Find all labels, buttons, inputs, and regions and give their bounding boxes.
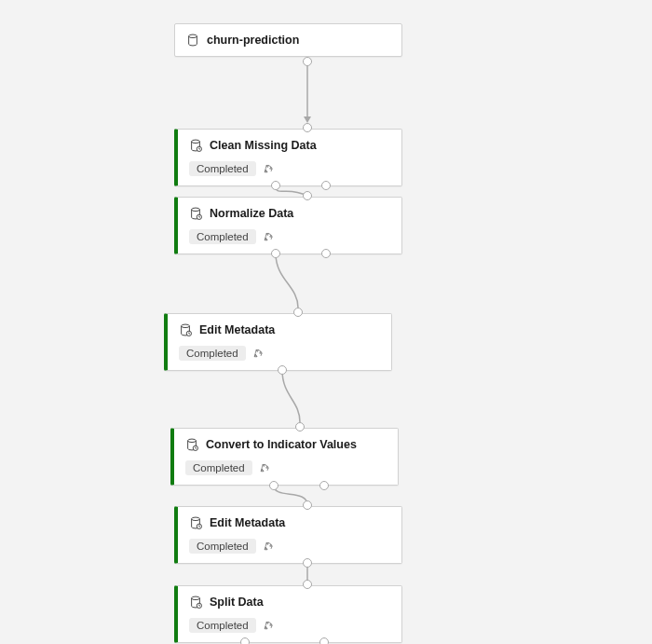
- node-status-row: Completed: [178, 539, 401, 563]
- port-out[interactable]: [271, 181, 280, 190]
- node-title: Normalize Data: [210, 207, 293, 220]
- status-badge: Completed: [189, 161, 256, 176]
- node-header: Clean Missing Data: [178, 130, 401, 161]
- node-header: Split Data: [178, 586, 401, 618]
- node-header: Edit Metadata: [168, 314, 391, 346]
- port-in[interactable]: [295, 422, 305, 432]
- module-icon: [189, 596, 202, 609]
- recycle-icon: [263, 620, 275, 632]
- module-icon: [185, 438, 198, 451]
- port-out[interactable]: [319, 637, 329, 644]
- port-in[interactable]: [293, 308, 303, 317]
- port-out[interactable]: [269, 481, 278, 490]
- node-title: Split Data: [210, 596, 264, 609]
- status-badge: Completed: [189, 229, 256, 244]
- edge: [282, 370, 300, 422]
- edge-arrow: [304, 116, 311, 123]
- port-in[interactable]: [303, 580, 312, 589]
- node-header: Edit Metadata: [178, 507, 401, 539]
- node-title: Edit Metadata: [210, 516, 285, 529]
- node-editmeta1[interactable]: Edit MetadataCompleted: [164, 313, 392, 371]
- node-status-row: Completed: [178, 618, 401, 642]
- node-status-row: Completed: [174, 460, 398, 485]
- recycle-icon: [263, 231, 275, 243]
- port-in[interactable]: [303, 123, 312, 132]
- node-title: churn-prediction: [207, 34, 299, 47]
- node-header: churn-prediction: [175, 24, 401, 56]
- module-icon: [189, 516, 202, 529]
- node-editmeta2[interactable]: Edit MetadataCompleted: [174, 506, 402, 564]
- node-dataset[interactable]: churn-prediction: [174, 23, 402, 57]
- port-out[interactable]: [303, 57, 312, 66]
- node-title: Edit Metadata: [199, 323, 275, 336]
- node-header: Convert to Indicator Values: [174, 429, 398, 460]
- port-out[interactable]: [303, 558, 312, 568]
- node-status-row: Completed: [178, 161, 401, 185]
- port-out[interactable]: [278, 365, 287, 375]
- recycle-icon: [263, 541, 275, 553]
- port-out[interactable]: [271, 249, 280, 258]
- recycle-icon: [259, 462, 271, 474]
- recycle-icon: [252, 348, 265, 360]
- node-title: Convert to Indicator Values: [206, 438, 357, 451]
- port-out[interactable]: [321, 181, 331, 190]
- port-in[interactable]: [303, 500, 312, 510]
- edge: [276, 253, 298, 308]
- node-convert[interactable]: Convert to Indicator ValuesCompleted: [170, 428, 399, 486]
- status-badge: Completed: [185, 460, 252, 475]
- status-badge: Completed: [189, 539, 256, 554]
- module-icon: [179, 323, 192, 336]
- node-title: Clean Missing Data: [210, 139, 317, 152]
- node-normalize[interactable]: Normalize DataCompleted: [174, 197, 402, 254]
- node-clean[interactable]: Clean Missing DataCompleted: [174, 129, 402, 186]
- status-badge: Completed: [179, 346, 246, 361]
- port-out[interactable]: [321, 249, 331, 258]
- node-status-row: Completed: [178, 229, 401, 253]
- node-header: Normalize Data: [178, 198, 401, 229]
- database-icon: [186, 34, 199, 47]
- port-out[interactable]: [319, 481, 329, 490]
- module-icon: [189, 207, 202, 220]
- status-badge: Completed: [189, 618, 256, 633]
- pipeline-canvas[interactable]: churn-predictionClean Missing DataComple…: [0, 0, 652, 644]
- node-split[interactable]: Split DataCompleted: [174, 585, 402, 643]
- module-icon: [189, 139, 202, 152]
- port-out[interactable]: [240, 637, 250, 644]
- port-in[interactable]: [303, 191, 312, 200]
- recycle-icon: [263, 163, 275, 175]
